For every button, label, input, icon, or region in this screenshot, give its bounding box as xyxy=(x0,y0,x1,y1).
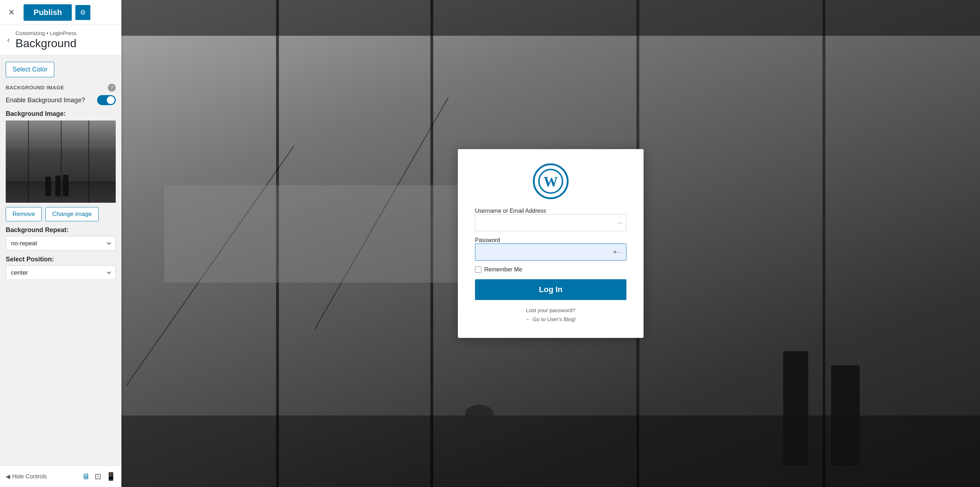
password-input[interactable] xyxy=(475,244,627,261)
lost-password-link[interactable]: Lost your password? xyxy=(526,307,575,313)
panel-content: Select Color BACKGROUND IMAGE ? Enable B… xyxy=(0,56,121,466)
preview-area: W Username or Email Address ⋯ Password 👁… xyxy=(121,0,980,487)
enable-bg-toggle[interactable] xyxy=(97,95,116,105)
bg-image-label: Background Image: xyxy=(6,110,116,118)
password-eye-icon: 👁⋯ xyxy=(613,249,622,255)
bg-repeat-field: Background Repeat: no-repeat repeat repe… xyxy=(6,226,116,255)
breadcrumb-text: Customizing • LoginPress xyxy=(15,30,76,36)
svg-text:W: W xyxy=(544,173,558,190)
password-label: Password xyxy=(475,237,500,243)
close-button[interactable]: ✕ xyxy=(5,6,18,19)
position-field: Select Position: center top left top cen… xyxy=(6,255,116,285)
bottom-bar: ◀ Hide Controls 🖥 ⊡ 📱 xyxy=(0,466,121,487)
username-label: Username or Email Address xyxy=(475,208,546,214)
top-bar: ✕ Publish ⚙ xyxy=(0,0,121,25)
bg-repeat-select[interactable]: no-repeat repeat repeat-x repeat-y xyxy=(6,236,116,251)
back-to-blog-link[interactable]: ← Go to User's Blog! xyxy=(526,316,576,322)
tablet-icon[interactable]: ⊡ xyxy=(95,472,101,481)
bg-section-title: BACKGROUND IMAGE xyxy=(6,85,64,91)
password-wrapper: 👁⋯ xyxy=(475,244,627,261)
mobile-icon[interactable]: 📱 xyxy=(106,472,116,481)
bg-image-section: BACKGROUND IMAGE ? Enable Background Ima… xyxy=(6,84,116,285)
hide-controls-arrow-icon: ◀ xyxy=(6,473,10,480)
wp-logo: W xyxy=(533,163,569,199)
position-select[interactable]: center top left top center top right cen… xyxy=(6,265,116,280)
remember-me-checkbox[interactable] xyxy=(475,267,481,273)
enable-bg-label: Enable Background Image? xyxy=(6,97,85,104)
login-card: W Username or Email Address ⋯ Password 👁… xyxy=(458,149,644,338)
change-image-button[interactable]: Change image xyxy=(45,207,99,221)
hide-controls-label: Hide Controls xyxy=(12,473,47,480)
bg-repeat-label: Background Repeat: xyxy=(6,226,116,234)
breadcrumb-section: ‹ Customizing • LoginPress Background xyxy=(0,25,121,56)
help-icon[interactable]: ? xyxy=(108,84,116,91)
enable-bg-row: Enable Background Image? xyxy=(6,95,116,105)
breadcrumb-info: Customizing • LoginPress Background xyxy=(15,30,76,50)
wp-logo-svg: W xyxy=(538,169,563,194)
back-button[interactable]: ‹ xyxy=(6,35,11,45)
username-wrapper: ⋯ xyxy=(475,214,627,232)
bg-thumbnail xyxy=(6,120,116,203)
image-buttons: Remove Change image xyxy=(6,207,116,221)
username-input[interactable] xyxy=(475,214,627,232)
device-icons: 🖥 ⊡ 📱 xyxy=(82,472,116,481)
customizer-panel: ✕ Publish ⚙ ‹ Customizing • LoginPress B… xyxy=(0,0,121,487)
login-button[interactable]: Log In xyxy=(475,279,627,300)
remember-me-label: Remember Me xyxy=(484,267,522,273)
desktop-icon[interactable]: 🖥 xyxy=(82,472,90,481)
select-color-button[interactable]: Select Color xyxy=(6,62,54,77)
page-title: Background xyxy=(15,37,76,50)
remove-image-button[interactable]: Remove xyxy=(6,207,42,221)
publish-button[interactable]: Publish xyxy=(24,4,72,21)
select-position-label: Select Position: xyxy=(6,255,116,263)
wp-logo-circle: W xyxy=(533,163,569,199)
settings-button[interactable]: ⚙ xyxy=(75,5,91,20)
hide-controls-button[interactable]: ◀ Hide Controls xyxy=(6,473,47,480)
username-icon: ⋯ xyxy=(617,220,622,226)
remember-me-row: Remember Me xyxy=(475,267,522,273)
